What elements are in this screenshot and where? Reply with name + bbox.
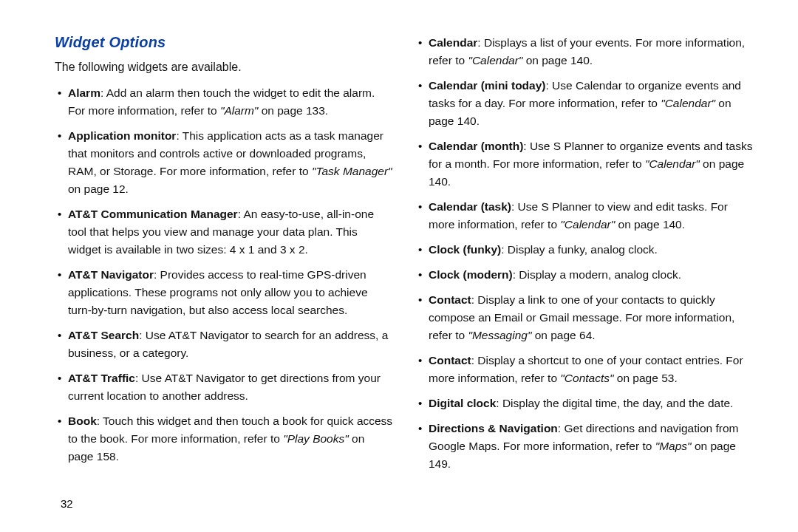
widget-ref: "Calendar" xyxy=(661,97,715,109)
left-column: Widget Options The following widgets are… xyxy=(55,34,393,510)
widget-item: Application monitor: This application ac… xyxy=(55,127,393,198)
widget-ref: "Contacts" xyxy=(560,372,613,384)
widget-item: Calendar (mini today): Use Calendar to o… xyxy=(415,77,754,130)
widget-ref: "Maps" xyxy=(655,440,692,452)
widget-ref-tail: on page 140. xyxy=(615,218,685,231)
widget-ref: "Play Books" xyxy=(283,432,349,445)
widget-title: AT&T Communication Manager xyxy=(68,208,238,220)
widget-item: AT&T Navigator: Provides access to real-… xyxy=(55,266,393,319)
widget-title: Application monitor xyxy=(68,129,176,142)
widget-ref: "Messaging" xyxy=(468,329,531,341)
section-heading: Widget Options xyxy=(55,34,393,51)
widget-title: Calendar xyxy=(429,36,477,49)
widget-item: Contact: Display a link to one of your c… xyxy=(415,291,754,344)
widget-title: Calendar (task) xyxy=(429,200,511,213)
widget-item: Contact: Display a shortcut to one of yo… xyxy=(415,352,754,387)
widget-title: Calendar (mini today) xyxy=(429,79,545,92)
widget-ref-tail: on page 140. xyxy=(522,54,593,66)
widget-item: Digital clock: Display the digital time,… xyxy=(415,395,754,412)
widget-ref-tail: on page 53. xyxy=(614,372,678,384)
widget-list-left: Alarm: Add an alarm then touch the widge… xyxy=(55,84,393,473)
widget-list-right: Calendar: Displays a list of your events… xyxy=(415,34,754,480)
widget-item: Calendar: Displays a list of your events… xyxy=(415,34,754,69)
widget-title: Contact xyxy=(429,354,471,366)
widget-item: Calendar (task): Use S Planner to view a… xyxy=(415,198,754,233)
widget-item: AT&T Communication Manager: An easy-to-u… xyxy=(55,205,393,259)
widget-title: AT&T Traffic xyxy=(68,372,135,384)
widget-item: Calendar (month): Use S Planner to organ… xyxy=(415,137,754,191)
widget-item: Directions & Navigation: Get directions … xyxy=(415,420,754,473)
widget-title: Clock (modern) xyxy=(429,268,513,281)
widget-title: Clock (funky) xyxy=(429,243,501,256)
right-column: Calendar: Displays a list of your events… xyxy=(415,34,754,510)
widget-ref: "Calendar" xyxy=(468,54,522,66)
widget-desc: : Display the digital time, the day, and… xyxy=(496,397,733,409)
widget-item: AT&T Traffic: Use AT&T Navigator to get … xyxy=(55,369,393,405)
widget-ref: "Task Manager" xyxy=(312,165,392,177)
widget-title: Directions & Navigation xyxy=(429,422,558,434)
widget-ref-tail: on page 133. xyxy=(258,104,328,117)
widget-ref: "Calendar" xyxy=(560,218,615,231)
widget-ref: "Calendar" xyxy=(645,157,700,170)
widget-ref-tail: on page 12. xyxy=(68,183,129,195)
widget-title: Digital clock xyxy=(429,397,496,409)
section-intro: The following widgets are available. xyxy=(55,58,393,75)
widget-title: AT&T Navigator xyxy=(68,268,154,281)
widget-desc: : Display a funky, analog clock. xyxy=(501,243,658,256)
widget-desc: : Display a modern, analog clock. xyxy=(513,268,681,281)
widget-title: AT&T Search xyxy=(68,329,139,341)
widget-item: Clock (modern): Display a modern, analog… xyxy=(415,266,754,284)
widget-ref: "Alarm" xyxy=(220,104,258,117)
widget-title: Calendar (month) xyxy=(429,140,523,152)
widget-title: Contact xyxy=(429,293,471,306)
widget-ref-tail: on page 64. xyxy=(531,329,595,341)
widget-item: Clock (funky): Display a funky, analog c… xyxy=(415,241,754,259)
widget-item: Alarm: Add an alarm then touch the widge… xyxy=(55,84,393,120)
manual-page: Widget Options The following widgets are… xyxy=(0,0,798,532)
widget-title: Book xyxy=(68,415,97,427)
page-number: 32 xyxy=(55,488,393,510)
widget-title: Alarm xyxy=(68,86,100,99)
widget-item: AT&T Search: Use AT&T Navigator to searc… xyxy=(55,327,393,362)
widget-item: Book: Touch this widget and then touch a… xyxy=(55,412,393,466)
